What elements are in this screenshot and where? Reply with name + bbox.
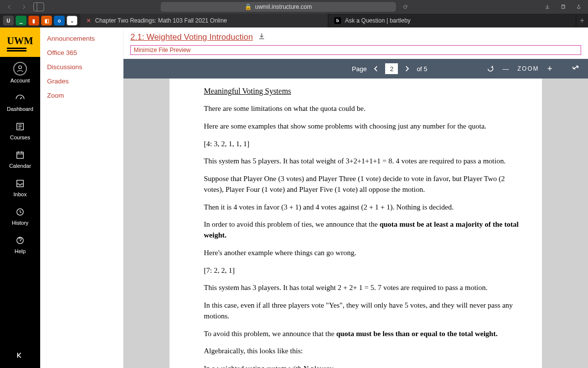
nav-calendar[interactable]: Calendar (0, 144, 40, 173)
bartleby-icon: b (334, 17, 341, 24)
page-number-input[interactable] (385, 63, 398, 74)
calendar-icon (14, 149, 26, 161)
nav-courses[interactable]: Courses (0, 116, 40, 144)
reload-button[interactable] (400, 2, 411, 12)
pinned-tab[interactable]: ⎯ (16, 16, 26, 26)
pdf-page: Meaningful Voting Systems There are some… (170, 79, 542, 368)
tab-bartleby[interactable]: b Ask a Question | bartleby (328, 14, 576, 27)
pinned-tab[interactable]: ▮ (28, 16, 39, 26)
page-title-link[interactable]: 2.1: Weighted Voting Introduction (130, 32, 253, 42)
pinned-tab[interactable]: ◧ (41, 16, 52, 26)
course-nav-grades[interactable]: Grades (40, 74, 123, 88)
tab-label: Chapter Two Readings: Math 103 Fall 2021… (95, 17, 227, 24)
avatar-icon (13, 62, 27, 76)
forward-button[interactable] (19, 2, 29, 12)
course-nav-zoom[interactable]: Zoom (40, 88, 123, 103)
history-icon (14, 206, 26, 218)
url-field[interactable]: 🔒 uwmil.instructure.com (161, 2, 396, 12)
svg-rect-0 (562, 6, 565, 9)
back-button[interactable] (4, 2, 15, 12)
svg-rect-3 (17, 152, 23, 158)
courses-icon (14, 121, 26, 132)
tabs-overview-button[interactable] (558, 2, 568, 12)
rotate-button[interactable] (486, 64, 495, 73)
page-label: Page (352, 65, 367, 73)
doc-para: This system has 5 players. It has total … (204, 156, 522, 167)
minimize-preview-button[interactable]: Minimize File Preview (130, 45, 581, 55)
prev-page-button[interactable] (371, 64, 380, 73)
collapse-nav-button[interactable] (15, 344, 25, 368)
nav-dashboard[interactable]: Dashboard (0, 87, 40, 116)
svg-point-1 (19, 66, 22, 69)
svg-rect-4 (17, 180, 23, 186)
doc-para: In order to avoid this problem of ties, … (204, 219, 522, 241)
zoom-out-button[interactable]: — (502, 64, 511, 73)
nav-help[interactable]: Help (0, 230, 40, 258)
help-icon (14, 235, 26, 246)
doc-para: To avoid this problem, we announce that … (204, 329, 522, 340)
browser-toolbar: 🔒 uwmil.instructure.com (0, 0, 588, 14)
pinned-tab[interactable]: U (3, 16, 14, 26)
tab-strip: U ⎯ ▮ ◧ o ⌄ ✕ Chapter Two Readings: Math… (0, 14, 588, 27)
course-nav-announcements[interactable]: Announcements (40, 31, 123, 46)
new-tab-button[interactable]: + (576, 14, 588, 27)
sidebar-toggle-button[interactable] (33, 2, 44, 12)
doc-para: [4: 3, 2, 1, 1, 1] (204, 139, 522, 150)
doc-para: [7: 2, 2, 1] (204, 265, 522, 276)
page-total: of 5 (416, 65, 427, 73)
tab-label: Ask a Question | bartleby (345, 17, 411, 24)
brand-logo[interactable]: UWM (0, 27, 40, 57)
doc-para: Here's another example where things can … (204, 248, 522, 259)
download-file-icon[interactable] (258, 32, 266, 42)
doc-para: Here are some examples that show some pr… (204, 121, 522, 132)
pdf-toolbar: Page of 5 — ZOOM + (123, 59, 588, 79)
nav-history[interactable]: History (0, 201, 40, 230)
lock-icon: 🔒 (245, 3, 252, 10)
tab-canvas[interactable]: ✕ Chapter Two Readings: Math 103 Fall 20… (80, 14, 328, 27)
content-area: 2.1: Weighted Voting Introduction Minimi… (123, 27, 588, 368)
nav-inbox[interactable]: Inbox (0, 173, 40, 201)
doc-para: In this case, even if all three players … (204, 300, 522, 322)
nav-account[interactable]: Account (0, 57, 40, 87)
inbox-icon (14, 178, 26, 189)
close-icon[interactable]: ✕ (86, 17, 91, 24)
pinned-tabs: U ⎯ ▮ ◧ o ⌄ (0, 14, 80, 27)
doc-heading: Meaningful Voting Systems (204, 85, 522, 97)
pdf-viewport[interactable]: Meaningful Voting Systems There are some… (123, 79, 588, 368)
global-nav: UWM Account Dashboard Courses Calendar I… (0, 27, 40, 368)
course-nav-discussions[interactable]: Discussions (40, 60, 123, 74)
doc-para: Suppose that Player One (3 votes) and Pl… (204, 174, 522, 195)
doc-para: Algebraically, this looks like this: (204, 346, 522, 357)
zoom-in-button[interactable]: + (546, 64, 555, 73)
zoom-label: ZOOM (517, 65, 539, 72)
download-button[interactable] (542, 2, 553, 12)
next-page-button[interactable] (403, 64, 412, 73)
dashboard-icon (14, 92, 26, 104)
share-button[interactable] (573, 2, 584, 12)
doc-para: This system has 3 players. It has total … (204, 283, 522, 293)
course-nav-office365[interactable]: Office 365 (40, 46, 123, 60)
pinned-tab[interactable]: ⌄ (67, 16, 77, 26)
doc-para: In a weighted voting system with N playe… (204, 364, 522, 368)
fullscreen-button[interactable] (571, 64, 580, 73)
doc-para: Then it is 4 votes in favor (3 + 1) and … (204, 202, 522, 213)
url-text: uwmil.instructure.com (255, 3, 312, 10)
doc-para: There are some limitations on what the q… (204, 104, 522, 114)
pinned-tab[interactable]: o (54, 16, 65, 26)
course-nav: Announcements Office 365 Discussions Gra… (40, 27, 123, 368)
